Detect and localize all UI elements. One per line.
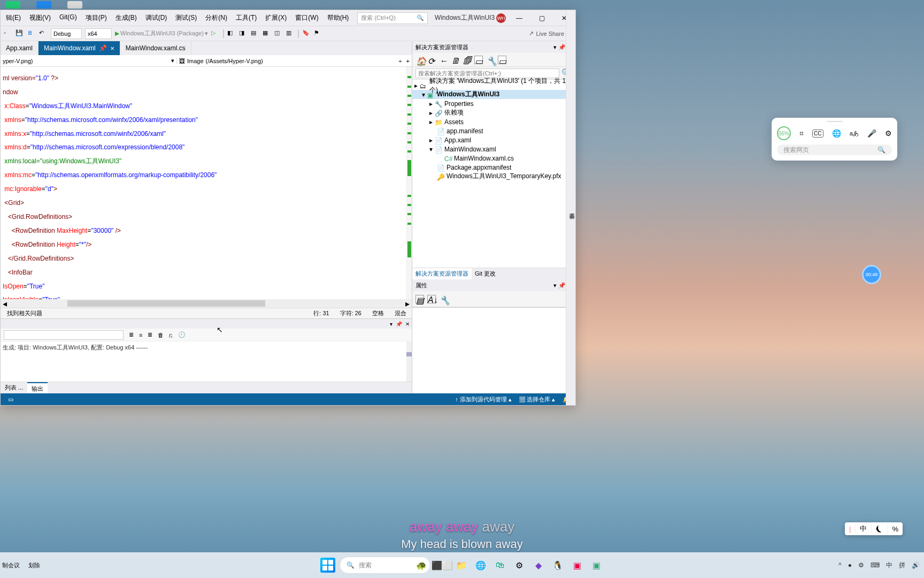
filter-icon[interactable]: ▭	[474, 56, 483, 64]
performance-ring[interactable]: 66%	[777, 126, 791, 140]
tree-manifest[interactable]: 📄app.manifest	[427, 126, 575, 135]
horizontal-scrollbar[interactable]: ◂ ▸	[1, 299, 412, 308]
app-icon-2[interactable]: ▣	[589, 558, 604, 573]
play-icon[interactable]: ▷	[211, 29, 220, 38]
output-text[interactable]: 生成: 项目: Windows工具WinUI3, 配置: Debug x64 -…	[1, 341, 412, 382]
menu-help[interactable]: 帮助(H)	[324, 11, 352, 25]
save-icon[interactable]: 💾	[16, 29, 24, 38]
preview-icon[interactable]: ▭	[498, 56, 506, 64]
issue-indicator[interactable]: 找到相关问题	[7, 309, 42, 317]
chevron-down-icon[interactable]: ▾	[553, 44, 557, 50]
menu-git[interactable]: Git(G)	[56, 11, 80, 25]
web-search-input[interactable]: 搜索网页🔍	[777, 144, 892, 155]
translate-icon[interactable]: aあ	[850, 130, 859, 138]
tree-package-manifest[interactable]: 📄Package.appxmanifest	[427, 163, 575, 172]
tree-app-xaml[interactable]: ▸📄App.xaml	[427, 135, 575, 144]
tree-dependencies[interactable]: ▸🔗依赖项	[427, 108, 575, 117]
qq-icon[interactable]: 🐧	[550, 558, 565, 573]
tree-properties[interactable]: ▸🔧Properties	[427, 99, 575, 108]
out-tool-5[interactable]: ⎌	[169, 332, 173, 338]
menu-analyze[interactable]: 分析(N)	[202, 11, 230, 25]
prop-wrench-icon[interactable]: 🔧	[439, 295, 448, 303]
start-debug-button[interactable]: ▶Windows工具WinUI3 (Package)▾	[115, 29, 208, 37]
properties-grid[interactable]	[412, 307, 575, 393]
store-icon[interactable]: 🛍	[492, 558, 507, 573]
close-icon[interactable]: ✕	[405, 321, 410, 327]
taskbar-widgets[interactable]: 制会议划除	[2, 561, 40, 569]
sync-icon[interactable]: ⟳	[427, 56, 436, 64]
tab-git-changes[interactable]: Git 更改	[472, 268, 499, 279]
config-selector[interactable]: Debug	[51, 28, 82, 39]
clock-icon[interactable]: 🕘	[178, 331, 186, 338]
doc-nav-left[interactable]: yper-V.png)▾	[1, 57, 177, 64]
tab-output[interactable]: 输出	[27, 382, 48, 393]
menu-edit[interactable]: 辑(E)	[3, 11, 24, 25]
edge-sidebar-widget[interactable]: 66% ⌗ CC 🌐 aあ 🎤 ⚙ 搜索网页🔍	[772, 118, 897, 161]
repo-select-button[interactable]: ▦ 选择仓库 ▴	[519, 396, 555, 404]
bookmark-icon[interactable]: 🔖	[302, 29, 311, 38]
close-icon[interactable]: ✕	[110, 45, 114, 51]
back-icon[interactable]: ←	[439, 56, 448, 64]
doc-nav-right[interactable]: 🖼Image(/Assets/Hyper-V.png)	[177, 58, 397, 64]
solution-tree[interactable]: ▸🗂解决方案 'Windows工具WinUI3' (1 个项目，共 1 个) ▾…	[412, 80, 575, 182]
home-icon[interactable]: 🏠	[415, 56, 424, 64]
pin-icon[interactable]: 📌	[558, 282, 566, 288]
saveall-icon[interactable]: 🗎	[27, 29, 36, 38]
taskbar-search[interactable]: 🔍搜索 🐢	[340, 557, 430, 574]
back-icon[interactable]: ◦	[4, 29, 12, 38]
recording-timer[interactable]: 00:48	[862, 265, 881, 284]
out-tool-3[interactable]: ≣	[148, 331, 152, 338]
gear-icon[interactable]: ⚙	[885, 129, 892, 138]
ime-indicator[interactable]: |	[845, 525, 855, 533]
tree-assets[interactable]: ▸📁Assets	[427, 117, 575, 126]
pin-icon[interactable]: 📌	[99, 44, 107, 52]
title-search[interactable]: 搜索 (Ctrl+Q) 🔍	[357, 12, 428, 24]
ime-moon-icon[interactable]: ⏾	[871, 525, 887, 533]
app-icon-1[interactable]: ▣	[569, 558, 584, 573]
tray-pinyin[interactable]: 拼	[899, 561, 905, 570]
tray-dot[interactable]: ●	[848, 561, 852, 569]
menu-tools[interactable]: 工具(T)	[233, 11, 260, 25]
flag-icon[interactable]: ⚑	[314, 29, 322, 38]
start-button[interactable]	[320, 558, 335, 573]
tab-mainwindow-cs[interactable]: MainWindow.xaml.cs	[120, 41, 191, 55]
tree-pfx[interactable]: 🔑Windows工具WinUI3_TemporaryKey.pfx	[427, 172, 575, 181]
menu-extensions[interactable]: 扩展(X)	[262, 11, 290, 25]
ime-lang[interactable]: 中	[855, 524, 871, 534]
tray-kbd[interactable]: ⌨	[871, 561, 880, 569]
scrollbar-thumb[interactable]	[67, 300, 265, 307]
tool-icon-1[interactable]: ◧	[227, 29, 236, 38]
taskbar[interactable]: 制会议划除 🔍搜索 🐢 ⬛⬜ 📁 🌐 🛍 ⚙ ◆ 🐧 ▣ ▣ ^ ● ⚙ ⌨ 中…	[0, 552, 924, 578]
out-tool-1[interactable]: ≣	[129, 331, 134, 338]
tool-icon-4[interactable]: ▦	[263, 29, 271, 38]
tree-mainwindow-cs[interactable]: C#MainWindow.xaml.cs	[427, 154, 575, 163]
menu-view[interactable]: 视图(V)	[26, 11, 54, 25]
tray-volume[interactable]: 🔊	[912, 561, 920, 569]
prop-cat-icon[interactable]: ▤	[415, 295, 424, 303]
tool-icon-6[interactable]: ▥	[286, 29, 295, 38]
settings-icon[interactable]: ⚙	[512, 558, 527, 573]
platform-selector[interactable]: x64	[85, 28, 112, 39]
tree-mainwindow-xaml[interactable]: ▾📄MainWindow.xaml	[427, 144, 575, 154]
edge-icon[interactable]: 🌐	[832, 129, 841, 138]
prop-az-icon[interactable]: A↓	[427, 295, 436, 303]
mic-icon[interactable]: 🎤	[867, 129, 876, 138]
output-source-combo[interactable]	[4, 330, 124, 340]
user-badge[interactable]: WH	[496, 13, 506, 23]
tray-gear[interactable]: ⚙	[858, 561, 864, 569]
chevron-down-icon[interactable]: ▾	[553, 282, 557, 288]
menu-debug[interactable]: 调试(D)	[142, 11, 171, 25]
ime-bar[interactable]: | 中 ⏾ %	[845, 522, 903, 535]
explorer-icon[interactable]: 📁	[454, 558, 469, 573]
maximize-button[interactable]: ▢	[533, 11, 551, 26]
tool-icon-5[interactable]: ◫	[274, 29, 283, 38]
vs-taskbar-icon[interactable]: ◆	[531, 558, 546, 573]
tab-error-list[interactable]: 列表 ...	[1, 382, 27, 393]
chevron-down-icon[interactable]: ▾	[390, 321, 392, 327]
tool-icon-2[interactable]: ◨	[239, 29, 248, 38]
cc-icon[interactable]: CC	[812, 130, 823, 138]
menu-build[interactable]: 生成(B)	[112, 11, 140, 25]
tree-solution-root[interactable]: ▸🗂解决方案 'Windows工具WinUI3' (1 个项目，共 1 个)	[412, 81, 575, 90]
main-menu[interactable]: 辑(E) 视图(V) Git(G) 项目(P) 生成(B) 调试(D) 测试(S…	[1, 11, 352, 25]
taskview-icon[interactable]: ⬛⬜	[435, 558, 450, 573]
